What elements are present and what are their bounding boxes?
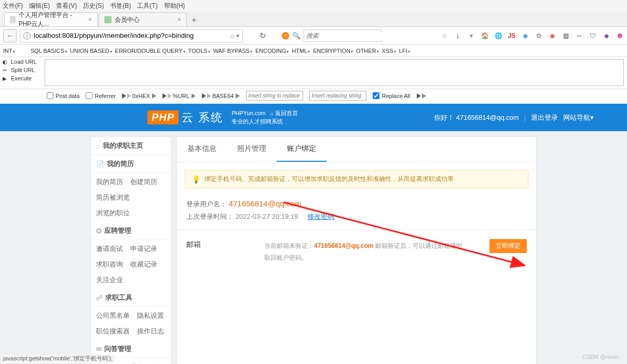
devbar-item[interactable]: TOOLS <box>188 48 210 54</box>
close-icon[interactable]: × <box>84 16 92 23</box>
alert-tip: 💡 绑定手机号码、完成邮箱验证，可以增加求职反馈的及时性和准确性，从而提高求职成… <box>185 170 528 188</box>
download-icon[interactable]: ⭳ <box>454 32 462 40</box>
hack-toolbar: INTSQL BASICSUNION BASEDERROR/DOUBLE QUE… <box>0 45 627 57</box>
url-field[interactable]: i ⌂ ▾ <box>20 29 243 43</box>
sidebar-item[interactable]: 操作日志 <box>137 327 164 336</box>
replace-all-checkbox[interactable]: Replace All <box>373 92 410 99</box>
devbar-item[interactable]: OTHER <box>356 48 379 54</box>
js-icon[interactable]: JS <box>508 32 516 40</box>
bind-desc: 当前邮箱未验证：471656814@qq.com 邮箱验证后，可以通过邮箱随时取… <box>264 240 527 264</box>
sidebar-links: 公司黑名单隐私设置职位搜索器操作日志 <box>91 307 171 340</box>
sidebar-item[interactable]: 求职咨询 <box>96 260 123 269</box>
hex-chip[interactable]: 0xHEX <box>122 93 156 99</box>
shield-icon[interactable]: 🛡 <box>589 32 597 40</box>
devbar-item[interactable]: WAF BYPASS <box>213 48 252 54</box>
ext-icon-5[interactable]: ⬢ <box>616 32 624 40</box>
devbar-item[interactable]: ENCRYPTION <box>313 48 353 54</box>
sidebar-item[interactable]: 申请记录 <box>130 244 157 254</box>
greeting: 你好！ 471656814@qq.com <box>434 113 519 122</box>
hackbar-textarea[interactable] <box>45 59 624 86</box>
browser-menu-bar[interactable]: 文件(F)编辑(E)查看(V)历史(S)书签(B)工具(T)帮助(H) <box>0 0 627 11</box>
menu-item[interactable]: 查看(V) <box>56 2 77 10</box>
devbar-item[interactable]: UNION BASED <box>70 48 112 54</box>
sidebar-item[interactable]: 创建简历 <box>130 177 157 187</box>
sidebar-group-title: 📄我的简历 <box>91 155 171 173</box>
sidebar-item[interactable]: 收藏记录 <box>130 260 157 269</box>
firefox-icon[interactable] <box>282 32 289 39</box>
devbar-item[interactable]: XSS <box>382 48 396 54</box>
post-data-checkbox[interactable]: Post data <box>47 92 79 99</box>
sidebar-item[interactable]: 公司黑名单 <box>96 311 130 320</box>
last-login-label: 上次登录时间： <box>186 213 234 220</box>
site-info-icon[interactable]: i <box>23 32 31 39</box>
bind-now-button[interactable]: 立即绑定 <box>489 239 527 253</box>
devbar-item[interactable]: INT <box>3 48 15 54</box>
group-icon: ☍ <box>96 294 103 302</box>
magnify-icon[interactable]: 🔍 <box>292 32 301 39</box>
devbar-item[interactable]: HTML <box>292 48 310 54</box>
tab-account-binding[interactable]: 账户绑定 <box>277 137 326 162</box>
menu-item[interactable]: 编辑(E) <box>29 2 50 10</box>
sidebar-item[interactable]: 简历被浏览 <box>96 193 130 202</box>
sidebar-icon[interactable]: ▥ <box>562 32 570 40</box>
sidebar-item[interactable]: 职位搜索器 <box>96 327 130 336</box>
menu-item[interactable]: 书签(B) <box>110 2 131 10</box>
bookmark-icon[interactable]: ☆ <box>440 32 448 40</box>
sidebar-item[interactable]: 浏览的职位 <box>96 208 130 218</box>
search-field[interactable] <box>304 30 381 42</box>
ext-icon-4[interactable]: ◆ <box>602 32 610 40</box>
reader-icon[interactable]: ⌂ <box>230 32 234 39</box>
browser-tab-inactive[interactable]: 会员中心 × <box>99 12 187 26</box>
execute-button[interactable]: ▶Execute <box>3 75 39 81</box>
split-url-button[interactable]: ✂Split URL <box>3 67 39 73</box>
site-logo[interactable]: PHP 云 系统 PHPYun.com ⌂ 返回首页 专业的人才招聘系统 <box>147 109 298 125</box>
url-input[interactable] <box>34 32 230 39</box>
new-tab-button[interactable]: + <box>188 16 200 26</box>
devbar-item[interactable]: ERROR/DOUBLE QUERY <box>115 48 185 54</box>
pocket-icon[interactable]: ▾ <box>467 32 475 40</box>
sidebar-item[interactable]: 邀请面试 <box>96 244 123 254</box>
sidebar-item[interactable]: 隐私设置 <box>137 311 164 320</box>
close-icon[interactable]: × <box>173 16 181 23</box>
site-nav-link[interactable]: 网站导航▾ <box>563 113 594 122</box>
menu-item[interactable]: 帮助(H) <box>164 2 185 10</box>
sidebar-links: 邀请面试申请记录求职咨询收藏记录关注企业 <box>91 240 171 289</box>
home-icon: ⌂ <box>96 142 100 150</box>
back-home-link[interactable]: 返回首页 <box>275 110 298 116</box>
replace-from-input[interactable] <box>246 91 303 101</box>
ext-icon-1[interactable]: ◉ <box>521 32 529 40</box>
go-chip[interactable] <box>417 93 426 99</box>
toolbar-icons: ☆ ⭳ ▾ 🏠 🌐 JS ◉ ✿ ◉ ▥ ↔ 🛡 ◆ ⬢ <box>440 32 624 40</box>
menu-item[interactable]: 历史(S) <box>83 2 104 10</box>
devbar-item[interactable]: ENCODING <box>255 48 289 54</box>
sync-icon[interactable]: ↔ <box>575 32 583 40</box>
base64-chip[interactable]: BASE64 <box>202 93 240 99</box>
sidebar-item[interactable]: 关注企业 <box>96 275 123 285</box>
menu-item[interactable]: 文件(F) <box>3 2 23 10</box>
search-input[interactable] <box>306 32 385 39</box>
ext-icon-2[interactable]: ✿ <box>535 32 543 40</box>
globe-icon[interactable]: 🌐 <box>494 32 502 40</box>
sidebar-home[interactable]: ⌂ 我的求职主页 <box>91 137 171 155</box>
load-url-button[interactable]: ◐Load URL <box>3 59 39 65</box>
dropdown-icon[interactable]: ▾ <box>236 32 239 39</box>
devbar-item[interactable]: LFI <box>399 48 410 54</box>
sidebar-item[interactable]: 我的简历 <box>96 177 123 187</box>
sidebar-links: 我的简历创建简历简历被浏览浏览的职位 <box>91 173 171 222</box>
menu-item[interactable]: 工具(T) <box>137 2 157 10</box>
logout-link[interactable]: 退出登录 <box>531 113 558 122</box>
urlenc-chip[interactable]: %URL <box>162 93 196 99</box>
sidebar: ⌂ 我的求职主页 📄我的简历我的简历创建简历简历被浏览浏览的职位✪应聘管理邀请面… <box>90 136 171 364</box>
change-password-link[interactable]: 修改密码 <box>307 213 334 220</box>
browser-tab-active[interactable]: 个人用户管理平台 - PHP云人... × <box>4 12 98 26</box>
tab-photo-manage[interactable]: 照片管理 <box>227 137 277 162</box>
ext-icon-3[interactable]: ◉ <box>548 32 556 40</box>
tab-basic-info[interactable]: 基本信息 <box>177 137 227 162</box>
home-icon[interactable]: 🏠 <box>481 32 489 40</box>
devbar-item[interactable] <box>18 48 28 54</box>
reload-button[interactable]: ↻ <box>260 31 266 40</box>
devbar-item[interactable]: SQL BASICS <box>31 48 67 54</box>
back-button[interactable]: ← <box>3 29 17 43</box>
referrer-checkbox[interactable]: Referrer <box>86 92 115 99</box>
replace-to-input[interactable] <box>309 91 366 101</box>
